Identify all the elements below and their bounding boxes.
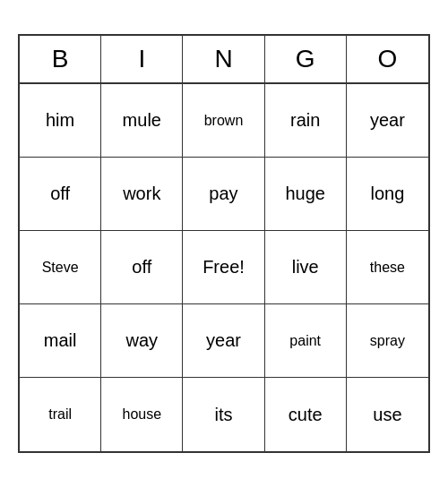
header-letter-b: B (20, 36, 101, 82)
bingo-cell-r2-c3: live (265, 231, 347, 304)
bingo-cell-r3-c1: way (101, 304, 183, 378)
bingo-cell-r2-c0: Steve (20, 231, 101, 304)
header-letter-i: I (101, 36, 183, 82)
bingo-cell-r4-c0: trail (20, 378, 101, 451)
bingo-header: BINGO (20, 36, 428, 84)
bingo-grid: himmulebrownrainyearoffworkpayhugelongSt… (20, 84, 428, 451)
bingo-cell-r0-c0: him (20, 84, 101, 158)
bingo-card: BINGO himmulebrownrainyearoffworkpayhuge… (18, 34, 430, 453)
bingo-cell-r1-c0: off (20, 158, 101, 231)
bingo-cell-r2-c4: these (347, 231, 428, 304)
bingo-cell-r3-c2: year (183, 304, 264, 378)
bingo-cell-r3-c3: paint (265, 304, 347, 378)
bingo-cell-r4-c1: house (101, 378, 183, 451)
header-letter-o: O (347, 36, 428, 82)
bingo-cell-r4-c4: use (347, 378, 428, 451)
bingo-cell-r3-c4: spray (347, 304, 428, 378)
bingo-cell-r0-c1: mule (101, 84, 183, 158)
bingo-cell-r0-c4: year (347, 84, 428, 158)
bingo-cell-r0-c3: rain (265, 84, 347, 158)
bingo-cell-r2-c2: Free! (183, 231, 264, 304)
header-letter-g: G (265, 36, 347, 82)
bingo-cell-r0-c2: brown (183, 84, 264, 158)
bingo-cell-r3-c0: mail (20, 304, 101, 378)
bingo-cell-r2-c1: off (101, 231, 183, 304)
bingo-cell-r1-c4: long (347, 158, 428, 231)
bingo-cell-r1-c2: pay (183, 158, 264, 231)
bingo-cell-r4-c2: its (183, 378, 264, 451)
header-letter-n: N (183, 36, 264, 82)
bingo-cell-r1-c3: huge (265, 158, 347, 231)
bingo-cell-r1-c1: work (101, 158, 183, 231)
bingo-cell-r4-c3: cute (265, 378, 347, 451)
